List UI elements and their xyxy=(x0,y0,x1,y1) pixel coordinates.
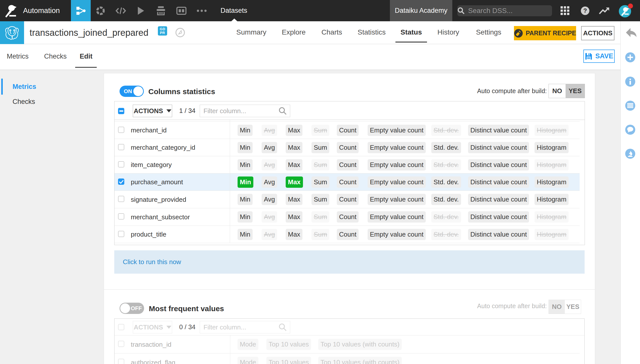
svg-text:?: ? xyxy=(583,7,587,14)
